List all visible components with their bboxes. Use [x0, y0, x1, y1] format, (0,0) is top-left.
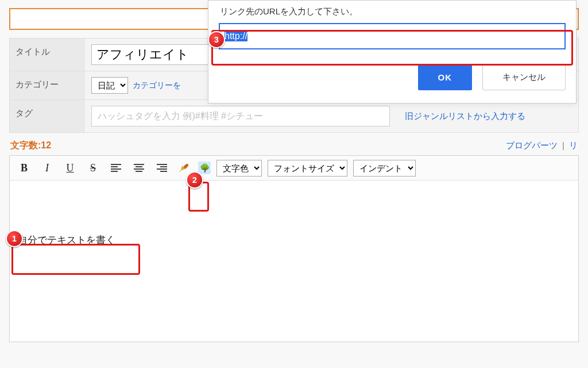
title-label: タイトル [10, 39, 84, 71]
right-links: ブログパーツ | リ [506, 140, 578, 151]
ok-button[interactable]: OK [418, 64, 473, 90]
bold-button[interactable]: B [16, 159, 33, 177]
yo-link[interactable]: リ [569, 140, 578, 150]
dialog-message: リンク先のURLを入力して下さい。 [219, 4, 566, 23]
font-size-select[interactable]: フォントサイズ [268, 160, 347, 177]
editor-body[interactable]: 自分でテキストを書く [10, 181, 578, 342]
genre-list-link[interactable]: 旧ジャンルリストから入力する [405, 111, 525, 122]
tag-input[interactable] [91, 106, 390, 126]
align-right-button[interactable] [153, 159, 171, 177]
tag-label: タグ [10, 100, 84, 132]
align-left-button[interactable] [107, 159, 125, 177]
link-dialog: リンク先のURLを入力して下さい。 OK キャンセル [208, 0, 577, 103]
blog-parts-link[interactable]: ブログパーツ [506, 140, 558, 150]
indent-select[interactable]: インデント [353, 160, 416, 177]
url-input[interactable] [221, 25, 563, 47]
edit-category-link[interactable]: カテゴリーを [133, 80, 181, 91]
underline-button[interactable]: U [61, 159, 79, 177]
image-icon[interactable]: 🌳 [198, 162, 211, 174]
text-color-select[interactable]: 文字色 [216, 160, 262, 177]
strike-button[interactable]: S [84, 159, 102, 177]
editor-text: 自分でテキストを書く [18, 233, 570, 247]
dialog-input-wrap [219, 23, 566, 49]
align-center-button[interactable] [130, 159, 148, 177]
category-select[interactable]: 日記 [91, 77, 128, 94]
toolbar: B I U S 🌳 文字色 フォントサイズ インデント [10, 156, 578, 181]
char-count: 文字数:12 [10, 140, 51, 152]
category-label: カテゴリー [10, 71, 84, 99]
annotation-badge-1: 1 [6, 230, 23, 247]
editor: B I U S 🌳 文字色 フォントサイズ インデント 自分でテキストを書く [9, 155, 579, 342]
annotation-badge-2: 2 [186, 171, 203, 189]
italic-button[interactable]: I [38, 159, 56, 177]
annotation-badge-3: 3 [208, 31, 225, 48]
cancel-button[interactable]: キャンセル [482, 64, 566, 90]
